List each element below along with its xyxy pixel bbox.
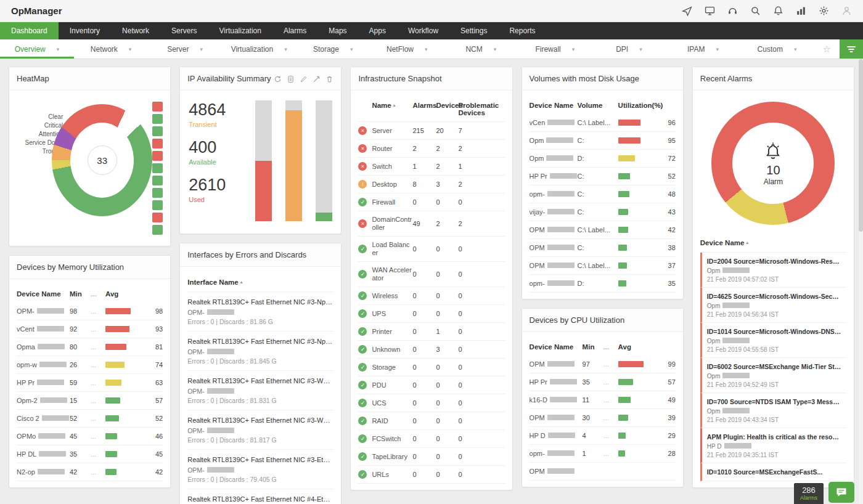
tab-firewall[interactable]: Firewall▾: [518, 39, 592, 59]
tab-network[interactable]: Network▾: [74, 39, 148, 59]
alarm-item[interactable]: ID=6002 Source=MSExchange Mid-Tier Stora…: [700, 358, 846, 393]
table-row[interactable]: ✓WAN Accelerator000: [358, 262, 504, 287]
ip-availability-bar[interactable]: [285, 100, 302, 221]
interface-row[interactable]: Realtek RTL8139C+ Fast Ethernet NIC #3-N…: [187, 331, 333, 371]
table-row[interactable]: opm-D:35: [530, 275, 676, 293]
alarm-item[interactable]: ID=2004 Source=Microsoft-Windows-Resourc…: [700, 253, 846, 288]
heat-square[interactable]: [152, 200, 163, 210]
table-row[interactable]: Cisco 252...52: [17, 410, 163, 428]
col-avg[interactable]: Avg: [105, 290, 163, 298]
table-row[interactable]: ✓Unknown030: [358, 341, 504, 359]
heat-square[interactable]: [152, 151, 163, 161]
table-row[interactable]: ✓PDU000: [358, 376, 504, 394]
tab-overview[interactable]: Overview▾: [0, 39, 74, 59]
col-problematic[interactable]: Problematic Devices: [458, 102, 504, 116]
table-row[interactable]: HP DL35...45: [17, 445, 163, 463]
alarm-item[interactable]: ID=1014 Source=Microsoft-Windows-DNS-Cli…: [700, 323, 846, 358]
nav-item-maps[interactable]: Maps: [317, 22, 358, 39]
table-row[interactable]: ✓URLs000: [358, 466, 504, 484]
alarms-column-header[interactable]: Device Name▴: [700, 234, 846, 253]
dashboard-filter-button[interactable]: [840, 39, 863, 59]
alarm-item[interactable]: ID=700 Source=NTDS ISAM Type=3 Message=N…: [700, 393, 846, 428]
recent-alarms-donut-chart[interactable]: 10 Alarm: [711, 102, 835, 225]
table-row[interactable]: ✓FCSwitch000: [358, 430, 504, 448]
table-row[interactable]: ×Server215207: [358, 122, 504, 140]
heat-square[interactable]: [152, 139, 163, 148]
table-row[interactable]: ✓UCS000: [358, 394, 504, 412]
nav-item-alarms[interactable]: Alarms: [272, 22, 317, 39]
interface-row[interactable]: Realtek RTL8139C+ Fast Ethernet NIC #3-N…: [187, 292, 333, 331]
table-row[interactable]: k16-D11...49: [530, 391, 676, 409]
interface-row[interactable]: Realtek RTL8139C+ Fast Ethernet NIC #3-W…: [187, 410, 333, 450]
nav-item-virtualization[interactable]: Virtualization: [208, 22, 272, 39]
alarm-item[interactable]: APM Plugin: Health is critical as the re…: [700, 428, 846, 463]
interface-row[interactable]: Realtek RTL8139C+ Fast Ethernet NIC #3-W…: [187, 371, 333, 410]
col-min[interactable]: Min: [70, 290, 91, 298]
tab-netflow[interactable]: NetFlow▾: [370, 39, 444, 59]
table-row[interactable]: vCent92...93: [17, 320, 163, 338]
refresh-icon[interactable]: [274, 75, 282, 83]
heat-square[interactable]: [152, 176, 163, 185]
table-row[interactable]: OPM-98...98: [17, 303, 163, 320]
table-row[interactable]: ✓RAID000: [358, 412, 504, 430]
bell-icon[interactable]: [773, 6, 783, 16]
interface-row[interactable]: Realtek RTL8139C+ Fast Ethernet NIC #3-E…: [187, 450, 333, 489]
favorite-icon[interactable]: ☆: [814, 39, 840, 59]
edit-icon[interactable]: [300, 75, 308, 83]
settings-icon[interactable]: [819, 6, 829, 16]
col-utilization[interactable]: Utilization(%): [618, 102, 676, 109]
columns-icon[interactable]: [796, 6, 806, 16]
export-icon[interactable]: [287, 75, 295, 83]
table-row[interactable]: opm-C:48: [530, 185, 676, 203]
table-row[interactable]: ×Switch121: [358, 158, 504, 176]
launch-icon[interactable]: [682, 6, 692, 16]
ip-availability-bar[interactable]: [316, 100, 332, 221]
table-row[interactable]: ✓Wireless000: [358, 287, 504, 305]
support-icon[interactable]: [727, 6, 738, 16]
table-row[interactable]: N2-op42...42: [17, 463, 163, 481]
nav-item-settings[interactable]: Settings: [449, 22, 498, 39]
user-icon[interactable]: [841, 6, 852, 16]
alarm-count-badge[interactable]: 286 Alarms: [794, 483, 824, 504]
table-row[interactable]: ✓UPS000: [358, 305, 504, 323]
col-device-name[interactable]: Device Name: [17, 290, 70, 298]
col-devices[interactable]: Devices: [436, 102, 458, 116]
table-row[interactable]: ✓Printer010: [358, 323, 504, 341]
table-row[interactable]: OpmC:95: [530, 132, 676, 150]
table-row[interactable]: opm-w26...74: [17, 356, 163, 374]
heat-square[interactable]: [152, 225, 163, 235]
tab-ncm[interactable]: NCM▾: [444, 39, 518, 59]
table-row[interactable]: ×DomainController4922: [358, 211, 504, 237]
chat-button[interactable]: [828, 482, 854, 503]
tab-server[interactable]: Server▾: [148, 39, 222, 59]
table-row[interactable]: OPMC:\ Label...37: [530, 257, 676, 275]
col-min[interactable]: Min: [583, 343, 603, 351]
nav-item-apps[interactable]: Apps: [358, 22, 397, 39]
col-alarms[interactable]: Alarms: [412, 102, 436, 116]
search-icon[interactable]: [750, 6, 761, 16]
table-row[interactable]: ×Router222: [358, 140, 504, 158]
tab-dpi[interactable]: DPI▾: [592, 39, 666, 59]
col-volume[interactable]: Volume: [578, 102, 618, 109]
nav-item-workflow[interactable]: Workflow: [397, 22, 449, 39]
col-device-name[interactable]: Device Name: [530, 343, 583, 351]
screen-share-icon[interactable]: [705, 6, 715, 16]
table-row[interactable]: HP Pr35...57: [530, 373, 676, 391]
table-row[interactable]: vCenC:\ Label...96: [530, 114, 676, 132]
tab-storage[interactable]: Storage▾: [296, 39, 370, 59]
table-row[interactable]: Opma80...81: [17, 338, 163, 356]
table-row[interactable]: OPMC:\ Label...42: [530, 221, 676, 239]
table-row[interactable]: OPM30...39: [530, 409, 676, 427]
table-row[interactable]: OpmD:72: [530, 150, 676, 168]
table-row[interactable]: OPM97...99: [530, 356, 676, 373]
heat-square[interactable]: [152, 213, 163, 222]
alarm-item[interactable]: ID=4625 Source=Microsoft-Windows-Securit…: [700, 288, 846, 323]
heat-square[interactable]: [152, 114, 163, 124]
table-row[interactable]: !Desktop832: [358, 176, 504, 193]
table-row[interactable]: ✓Load Balancer000: [358, 237, 504, 262]
interfaces-column-header[interactable]: Interface Name▴: [187, 273, 333, 292]
nav-item-inventory[interactable]: Inventory: [59, 22, 111, 39]
table-row[interactable]: ✓Storage000: [358, 359, 504, 376]
nav-item-network[interactable]: Network: [111, 22, 160, 39]
col-name[interactable]: Name▴: [372, 102, 412, 116]
